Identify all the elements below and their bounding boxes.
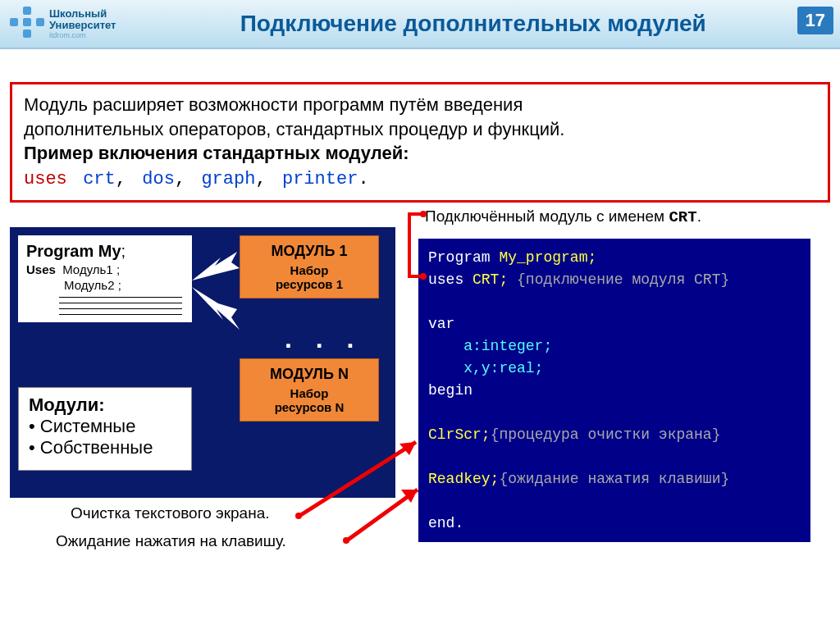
def-line1: Модуль расширяет возможности программ пу…: [24, 93, 816, 117]
slide-header: Школьный Университет itdrom.com Подключе…: [0, 0, 840, 49]
svg-marker-1: [192, 287, 240, 330]
ellipsis: . . .: [285, 324, 362, 354]
kw-dos: dos: [142, 169, 175, 189]
caption-crt: Подключённый модуль с именем CRT.: [425, 207, 701, 226]
kw-crt: crt: [83, 169, 116, 189]
logo-text-2: Университет: [49, 20, 116, 31]
module-1-box: МОДУЛЬ 1 Набор ресурсов 1: [240, 235, 379, 299]
uses-example: uses crt, dos, graph, printer.: [24, 166, 816, 192]
definition-box: Модуль расширяет возможности программ пу…: [10, 82, 830, 203]
def-line2: дополнительных операторов, стандартных п…: [24, 117, 816, 142]
slide-title: Подключение дополнительных модулей: [116, 11, 830, 37]
page-number: 17: [797, 7, 833, 34]
code-panel: Program My_program; uses CRT; {подключен…: [418, 239, 810, 542]
module-type-2: • Собственные: [29, 437, 181, 458]
arrow-icon: [192, 248, 241, 354]
module-n-box: МОДУЛЬ N Набор ресурсов N: [240, 358, 379, 422]
logo-sub: itdrom.com: [49, 31, 116, 39]
program-box: Program My; Uses Модуль1 ; Модуль2 ;: [18, 235, 192, 322]
logo-icon: [10, 7, 44, 41]
kw-graph: graph: [201, 169, 255, 189]
arrow-icon: [342, 481, 428, 547]
logo-text-1: Школьный: [49, 8, 116, 20]
caption-wait: Ожидание нажатия на клавишу.: [56, 532, 286, 550]
def-line3: Пример включения стандартных модулей:: [24, 141, 816, 166]
content-area: Подключённый модуль с именем CRT. Progra…: [10, 219, 830, 572]
program-title: Program My;: [26, 242, 184, 261]
svg-marker-0: [192, 252, 240, 280]
kw-uses: uses: [24, 169, 67, 189]
modules-list-box: Модули: • Системные • Собственные: [18, 387, 192, 471]
logo: Школьный Университет itdrom.com: [10, 7, 116, 41]
module-type-1: • Системные: [29, 416, 181, 437]
mod2-line: Модуль2 ;: [64, 278, 184, 292]
kw-printer: printer: [282, 169, 358, 189]
caption-clear: Очистка текстового экрана.: [71, 504, 270, 522]
uses-line: Uses Модуль1 ;: [26, 262, 184, 276]
